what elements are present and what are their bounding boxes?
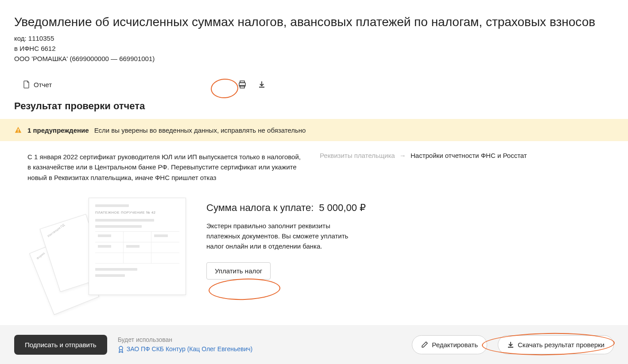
chevron-right-icon: → [399,152,406,159]
payment-amount: 5 000,00 ₽ [319,202,366,214]
breadcrumb-current[interactable]: Настройки отчетности ФНС и Росстат [411,152,527,159]
info-text: С 1 января 2022 сертификат руководителя … [27,152,302,183]
print-button[interactable] [235,77,249,92]
payment-description: Экстерн правильно заполнит реквизиты пла… [206,221,357,252]
page-header: Уведомление об исчисленных суммах налого… [0,0,628,74]
download-icon [507,341,514,348]
doc-illustration-title: ПЛАТЕЖНОЕ ПОРУЧЕНИЕ № 42 [95,211,179,215]
pencil-icon [421,341,428,348]
submit-button[interactable]: Подписать и отправить [14,335,107,355]
toolbar: Отчет [0,74,628,100]
report-link[interactable]: Отчет [23,80,52,88]
download-result-button[interactable]: Скачать результат проверки [498,335,614,354]
org-line: ООО 'РОМАШКА' (6699000000 — 669901001) [14,55,614,62]
warning-icon [14,126,22,134]
download-icon [258,80,266,88]
warning-count: 1 предупреждение [27,126,89,134]
section-title: Результат проверки отчета [0,100,628,119]
svg-point-5 [119,346,123,350]
document-icon [23,80,30,88]
dest-line: в ИФНС 6612 [14,45,614,52]
certificate-block: Будет использован ЗАО ПФ СКБ Контур (Кац… [118,335,253,354]
page-title: Уведомление об исчисленных суммах налого… [14,15,614,29]
code-line: код: 1110355 [14,34,614,42]
print-icon [238,80,247,89]
footer-bar: Подписать и отправить Будет использован … [0,325,628,364]
svg-rect-2 [240,85,244,88]
edit-button[interactable]: Редактировать [412,335,487,354]
svg-rect-4 [18,131,19,132]
info-row: С 1 января 2022 сертификат руководителя … [0,141,628,193]
breadcrumb-parent[interactable]: Реквизиты плательщика [320,152,395,159]
payment-section: Форма Квитанция ПД ПЛАТЕЖНОЕ ПОРУЧЕНИЕ №… [0,193,628,299]
download-button[interactable] [255,77,269,92]
warning-text: Если вы уверены во введенных данных, исп… [94,126,306,134]
certificate-link[interactable]: ЗАО ПФ СКБ Контур (Кац Олег Евгеньевич) [118,345,253,354]
svg-rect-3 [18,129,19,131]
certificate-icon [118,346,124,353]
certificate-label: Будет использован [118,335,253,345]
warning-bar: 1 предупреждение Если вы уверены во введ… [0,119,628,141]
documents-illustration: Форма Квитанция ПД ПЛАТЕЖНОЕ ПОРУЧЕНИЕ №… [35,198,195,295]
payment-label: Сумма налога к уплате: [206,202,314,214]
breadcrumb: Реквизиты плательщика → Настройки отчетн… [320,152,527,183]
pay-tax-button[interactable]: Уплатить налог [206,262,271,280]
report-label: Отчет [34,81,52,88]
